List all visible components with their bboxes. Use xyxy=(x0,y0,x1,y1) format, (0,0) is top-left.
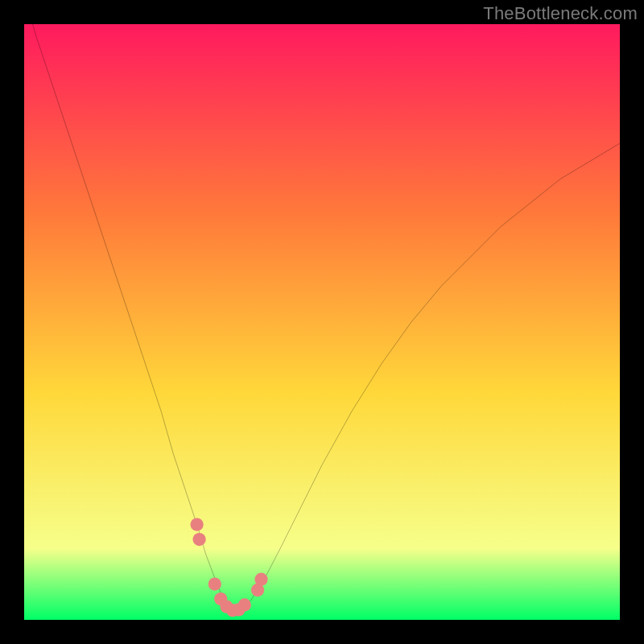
chart-container xyxy=(24,24,620,620)
gradient-background xyxy=(24,24,620,620)
chart-svg xyxy=(24,24,620,620)
highlight-marker xyxy=(254,573,267,586)
highlight-marker xyxy=(208,577,221,590)
highlight-marker xyxy=(192,533,205,546)
highlight-marker xyxy=(190,518,203,530)
highlight-marker xyxy=(238,598,251,611)
watermark-text: TheBottleneck.com xyxy=(483,3,638,24)
